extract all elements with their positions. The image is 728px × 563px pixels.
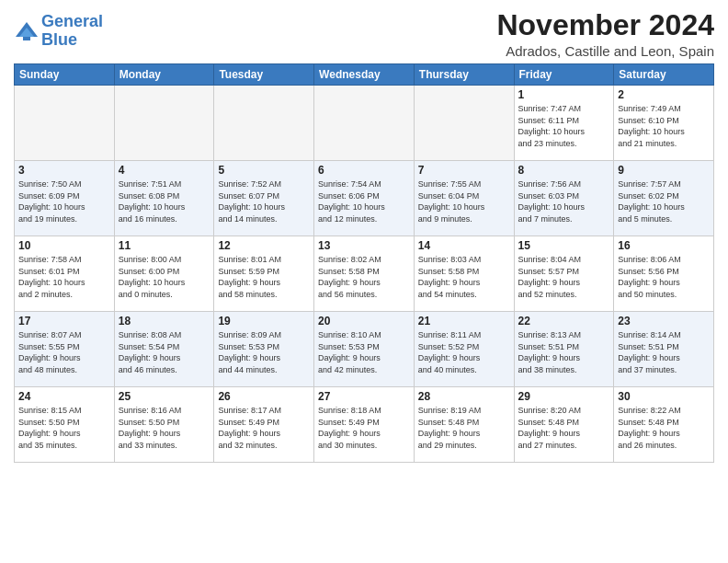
day-number: 3 xyxy=(18,164,110,177)
day-number: 25 xyxy=(119,390,210,403)
day-number: 11 xyxy=(119,239,210,252)
day-number: 29 xyxy=(518,390,610,403)
week-row-1: 3Sunrise: 7:50 AM Sunset: 6:09 PM Daylig… xyxy=(15,161,714,236)
day-cell-3-2: 19Sunrise: 8:09 AM Sunset: 5:53 PM Dayli… xyxy=(214,312,314,387)
day-number: 2 xyxy=(618,88,710,101)
day-cell-0-4 xyxy=(414,86,514,161)
day-cell-0-5: 1Sunrise: 7:47 AM Sunset: 6:11 PM Daylig… xyxy=(514,86,614,161)
day-number: 8 xyxy=(518,164,610,177)
col-sunday: Sunday xyxy=(15,64,115,86)
day-info: Sunrise: 8:19 AM Sunset: 5:48 PM Dayligh… xyxy=(418,405,510,451)
day-info: Sunrise: 8:00 AM Sunset: 6:00 PM Dayligh… xyxy=(119,254,210,300)
day-info: Sunrise: 7:56 AM Sunset: 6:03 PM Dayligh… xyxy=(518,178,610,224)
day-info: Sunrise: 7:57 AM Sunset: 6:02 PM Dayligh… xyxy=(618,178,710,224)
day-number: 27 xyxy=(318,390,410,403)
day-info: Sunrise: 7:50 AM Sunset: 6:09 PM Dayligh… xyxy=(18,178,110,224)
day-info: Sunrise: 8:03 AM Sunset: 5:58 PM Dayligh… xyxy=(418,254,510,300)
day-info: Sunrise: 8:15 AM Sunset: 5:50 PM Dayligh… xyxy=(18,405,110,451)
logo-text: General Blue xyxy=(41,13,103,50)
logo-icon xyxy=(14,18,40,44)
day-info: Sunrise: 8:16 AM Sunset: 5:50 PM Dayligh… xyxy=(119,405,210,451)
day-info: Sunrise: 8:06 AM Sunset: 5:56 PM Dayligh… xyxy=(618,254,710,300)
day-number: 4 xyxy=(119,164,210,177)
day-info: Sunrise: 8:08 AM Sunset: 5:54 PM Dayligh… xyxy=(119,329,210,375)
logo: General Blue xyxy=(14,13,103,50)
day-cell-2-5: 15Sunrise: 8:04 AM Sunset: 5:57 PM Dayli… xyxy=(514,236,614,312)
week-row-4: 24Sunrise: 8:15 AM Sunset: 5:50 PM Dayli… xyxy=(15,387,714,463)
day-cell-1-4: 7Sunrise: 7:55 AM Sunset: 6:04 PM Daylig… xyxy=(414,161,514,236)
day-number: 5 xyxy=(218,164,310,177)
day-info: Sunrise: 8:01 AM Sunset: 5:59 PM Dayligh… xyxy=(218,254,310,300)
day-cell-1-5: 8Sunrise: 7:56 AM Sunset: 6:03 PM Daylig… xyxy=(514,161,614,236)
day-info: Sunrise: 8:11 AM Sunset: 5:52 PM Dayligh… xyxy=(418,329,510,375)
day-info: Sunrise: 8:22 AM Sunset: 5:48 PM Dayligh… xyxy=(618,405,710,451)
day-number: 22 xyxy=(518,315,610,327)
day-cell-1-0: 3Sunrise: 7:50 AM Sunset: 6:09 PM Daylig… xyxy=(15,161,115,236)
day-cell-4-0: 24Sunrise: 8:15 AM Sunset: 5:50 PM Dayli… xyxy=(15,387,115,463)
logo-line1: General xyxy=(41,12,103,30)
day-info: Sunrise: 8:02 AM Sunset: 5:58 PM Dayligh… xyxy=(318,254,410,300)
day-cell-2-0: 10Sunrise: 7:58 AM Sunset: 6:01 PM Dayli… xyxy=(15,236,115,312)
day-info: Sunrise: 7:51 AM Sunset: 6:08 PM Dayligh… xyxy=(119,178,210,224)
day-info: Sunrise: 7:52 AM Sunset: 6:07 PM Dayligh… xyxy=(218,178,310,224)
calendar: Sunday Monday Tuesday Wednesday Thursday… xyxy=(14,63,714,463)
day-info: Sunrise: 7:47 AM Sunset: 6:11 PM Dayligh… xyxy=(518,103,610,149)
calendar-header-row: Sunday Monday Tuesday Wednesday Thursday… xyxy=(15,64,714,86)
day-info: Sunrise: 8:07 AM Sunset: 5:55 PM Dayligh… xyxy=(18,329,110,375)
day-cell-0-0 xyxy=(15,86,115,161)
day-info: Sunrise: 8:10 AM Sunset: 5:53 PM Dayligh… xyxy=(318,329,410,375)
day-cell-0-1 xyxy=(114,86,214,161)
day-number: 20 xyxy=(318,315,410,327)
day-number: 15 xyxy=(518,239,610,252)
col-tuesday: Tuesday xyxy=(214,64,314,86)
day-cell-1-6: 9Sunrise: 7:57 AM Sunset: 6:02 PM Daylig… xyxy=(614,161,714,236)
day-cell-3-4: 21Sunrise: 8:11 AM Sunset: 5:52 PM Dayli… xyxy=(414,312,514,387)
day-number: 13 xyxy=(318,239,410,252)
day-number: 16 xyxy=(618,239,710,252)
day-cell-1-3: 6Sunrise: 7:54 AM Sunset: 6:06 PM Daylig… xyxy=(314,161,415,236)
day-number: 17 xyxy=(18,315,110,327)
col-saturday: Saturday xyxy=(614,64,714,86)
day-cell-2-3: 13Sunrise: 8:02 AM Sunset: 5:58 PM Dayli… xyxy=(314,236,415,312)
day-number: 21 xyxy=(418,315,510,327)
day-cell-0-2 xyxy=(214,86,314,161)
col-wednesday: Wednesday xyxy=(314,64,415,86)
day-info: Sunrise: 8:17 AM Sunset: 5:49 PM Dayligh… xyxy=(218,405,310,451)
location: Adrados, Castille and Leon, Spain xyxy=(496,43,714,59)
day-number: 14 xyxy=(418,239,510,252)
svg-rect-3 xyxy=(23,37,30,40)
header: General Blue November 2024 Adrados, Cast… xyxy=(14,9,714,59)
day-cell-0-6: 2Sunrise: 7:49 AM Sunset: 6:10 PM Daylig… xyxy=(614,86,714,161)
day-number: 12 xyxy=(218,239,310,252)
day-cell-2-2: 12Sunrise: 8:01 AM Sunset: 5:59 PM Dayli… xyxy=(214,236,314,312)
day-number: 26 xyxy=(218,390,310,403)
day-number: 24 xyxy=(18,390,110,403)
logo-line2: Blue xyxy=(41,30,77,49)
day-cell-1-2: 5Sunrise: 7:52 AM Sunset: 6:07 PM Daylig… xyxy=(214,161,314,236)
day-cell-2-4: 14Sunrise: 8:03 AM Sunset: 5:58 PM Dayli… xyxy=(414,236,514,312)
day-number: 7 xyxy=(418,164,510,177)
day-cell-4-5: 29Sunrise: 8:20 AM Sunset: 5:48 PM Dayli… xyxy=(514,387,614,463)
day-cell-3-1: 18Sunrise: 8:08 AM Sunset: 5:54 PM Dayli… xyxy=(114,312,214,387)
day-info: Sunrise: 7:58 AM Sunset: 6:01 PM Dayligh… xyxy=(18,254,110,300)
day-cell-0-3 xyxy=(314,86,415,161)
day-info: Sunrise: 7:55 AM Sunset: 6:04 PM Dayligh… xyxy=(418,178,510,224)
day-number: 30 xyxy=(618,390,710,403)
day-number: 9 xyxy=(618,164,710,177)
day-cell-3-5: 22Sunrise: 8:13 AM Sunset: 5:51 PM Dayli… xyxy=(514,312,614,387)
day-cell-3-3: 20Sunrise: 8:10 AM Sunset: 5:53 PM Dayli… xyxy=(314,312,415,387)
day-cell-3-0: 17Sunrise: 8:07 AM Sunset: 5:55 PM Dayli… xyxy=(15,312,115,387)
day-info: Sunrise: 8:09 AM Sunset: 5:53 PM Dayligh… xyxy=(218,329,310,375)
day-number: 23 xyxy=(618,315,710,327)
col-friday: Friday xyxy=(514,64,614,86)
week-row-0: 1Sunrise: 7:47 AM Sunset: 6:11 PM Daylig… xyxy=(15,86,714,161)
day-number: 1 xyxy=(518,88,610,101)
day-number: 18 xyxy=(119,315,210,327)
day-cell-2-6: 16Sunrise: 8:06 AM Sunset: 5:56 PM Dayli… xyxy=(614,236,714,312)
day-info: Sunrise: 8:14 AM Sunset: 5:51 PM Dayligh… xyxy=(618,329,710,375)
day-cell-4-4: 28Sunrise: 8:19 AM Sunset: 5:48 PM Dayli… xyxy=(414,387,514,463)
day-cell-4-6: 30Sunrise: 8:22 AM Sunset: 5:48 PM Dayli… xyxy=(614,387,714,463)
week-row-3: 17Sunrise: 8:07 AM Sunset: 5:55 PM Dayli… xyxy=(15,312,714,387)
day-cell-1-1: 4Sunrise: 7:51 AM Sunset: 6:08 PM Daylig… xyxy=(114,161,214,236)
day-info: Sunrise: 7:49 AM Sunset: 6:10 PM Dayligh… xyxy=(618,103,710,149)
